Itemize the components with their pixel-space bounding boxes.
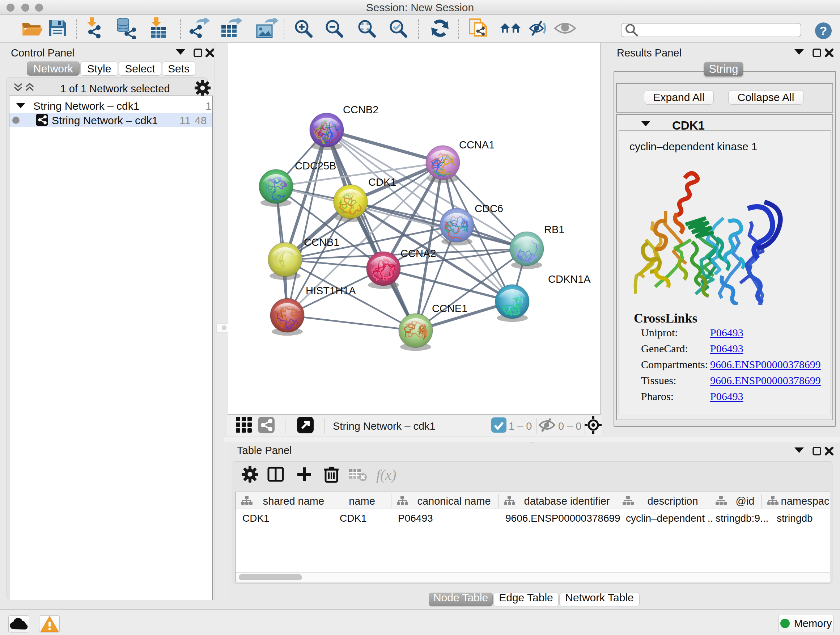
svg-text:RB1: RB1	[544, 224, 564, 235]
svg-text:CDKN1A: CDKN1A	[548, 273, 591, 285]
svg-text:CCNB2: CCNB2	[343, 104, 378, 116]
svg-text:HIST1H1A: HIST1H1A	[306, 285, 356, 296]
svg-text:CCNA1: CCNA1	[459, 139, 494, 150]
svg-text:CCNE1: CCNE1	[432, 302, 467, 314]
svg-text:CCNA2: CCNA2	[401, 248, 436, 259]
svg-text:CDK1: CDK1	[368, 176, 396, 188]
svg-text:CDC6: CDC6	[475, 203, 503, 214]
svg-text:CCNB1: CCNB1	[304, 236, 339, 248]
svg-text:CDC25B: CDC25B	[295, 160, 336, 172]
